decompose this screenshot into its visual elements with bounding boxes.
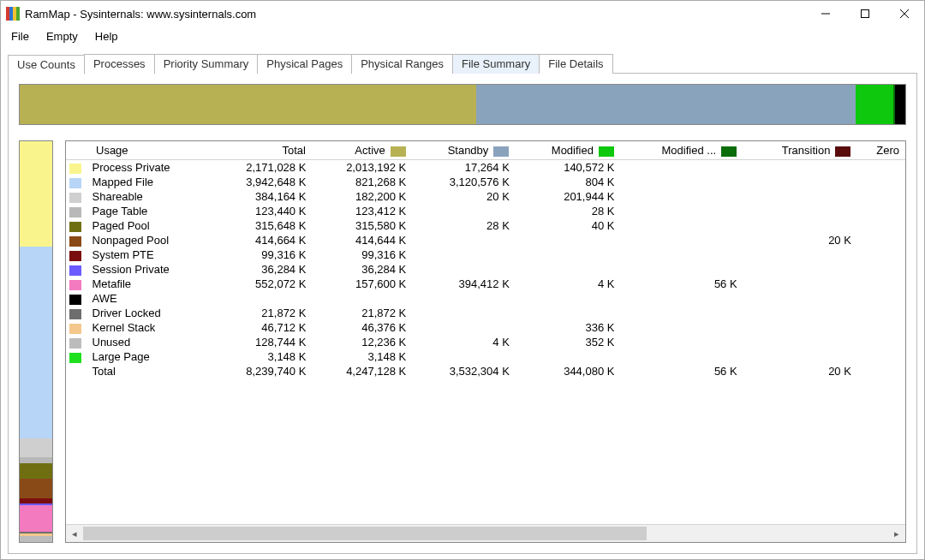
- cell-zero: [856, 247, 905, 262]
- tab-physical-pages[interactable]: Physical Pages: [257, 54, 352, 74]
- cell-modified: 336 K: [515, 320, 620, 335]
- vbar-segment: [20, 141, 52, 247]
- scroll-right-button[interactable]: ▸: [888, 525, 905, 542]
- cell-modifiednw: [619, 320, 742, 335]
- column-total[interactable]: Total: [211, 141, 311, 160]
- cell-zero: [856, 335, 905, 349]
- cell-transition: [743, 160, 856, 176]
- column-transition[interactable]: Transition: [743, 141, 856, 160]
- cell-modifiednw: [619, 160, 742, 176]
- column-active[interactable]: Active: [311, 141, 411, 160]
- cell-modified: 804 K: [515, 175, 620, 189]
- table-row[interactable]: Unused128,744 K12,236 K4 K352 K: [66, 335, 905, 349]
- hbar-segment: [20, 85, 476, 124]
- column-modified[interactable]: Modified: [515, 141, 620, 160]
- table-row[interactable]: Paged Pool315,648 K315,580 K28 K40 K: [66, 218, 905, 233]
- cell-modifiednw: [619, 306, 742, 320]
- table-row[interactable]: Driver Locked21,872 K21,872 K: [66, 306, 905, 320]
- vbar-segment: [20, 247, 52, 438]
- row-name: Driver Locked: [91, 306, 212, 320]
- cell-modified: [515, 262, 620, 277]
- close-button[interactable]: [885, 1, 924, 27]
- app-window: RamMap - Sysinternals: www.sysinternals.…: [0, 0, 925, 560]
- cell-modified: [515, 306, 620, 320]
- horizontal-scrollbar[interactable]: ◂ ▸: [66, 524, 905, 542]
- vbar-segment: [20, 505, 52, 532]
- column-label: Modified: [552, 144, 594, 157]
- column-label: Active: [355, 144, 385, 157]
- cell-total: 552,072 K: [211, 277, 311, 291]
- table-row[interactable]: Mapped File3,942,648 K821,268 K3,120,576…: [66, 175, 905, 189]
- tab-file-details[interactable]: File Details: [539, 54, 612, 74]
- cell-modified: [515, 247, 620, 262]
- cell-active: 21,872 K: [311, 306, 411, 320]
- menu-help[interactable]: Help: [87, 28, 127, 45]
- cell-transition: [743, 320, 856, 335]
- menu-empty[interactable]: Empty: [38, 28, 87, 45]
- cell-transition: [743, 247, 856, 262]
- cell-transition: [743, 204, 856, 218]
- table-row-total[interactable]: Total8,239,740 K4,247,128 K3,532,304 K34…: [66, 364, 905, 378]
- table-row[interactable]: Process Private2,171,028 K2,013,192 K17,…: [66, 160, 905, 176]
- table-row[interactable]: Shareable384,164 K182,200 K20 K201,944 K: [66, 189, 905, 204]
- column-usage[interactable]: Usage: [91, 141, 212, 160]
- usage-vertical-chart: [19, 140, 53, 543]
- table-row[interactable]: System PTE99,316 K99,316 K: [66, 247, 905, 262]
- column-modified-[interactable]: Modified ...: [619, 141, 742, 160]
- row-swatch-icon: [69, 236, 81, 247]
- minimize-button[interactable]: [806, 1, 845, 27]
- vbar-segment: [20, 479, 52, 498]
- cell-modifiednw: [619, 247, 742, 262]
- table-row[interactable]: Nonpaged Pool414,664 K414,644 K20 K: [66, 233, 905, 247]
- lower-panel: UsageTotalActiveStandbyModifiedModified …: [19, 140, 906, 543]
- cell-standby: [411, 291, 515, 306]
- column-label: Total: [282, 144, 305, 157]
- tab-priority-summary[interactable]: Priority Summary: [154, 54, 259, 74]
- scroll-left-button[interactable]: ◂: [66, 525, 83, 542]
- cell-zero: [856, 291, 905, 306]
- cell-standby: [411, 233, 515, 247]
- cell-active: 99,316 K: [311, 247, 411, 262]
- cell-standby: 20 K: [411, 189, 515, 204]
- scroll-thumb[interactable]: [83, 527, 647, 540]
- tab-file-summary[interactable]: File Summary: [452, 54, 540, 74]
- cell-zero: [856, 218, 905, 233]
- cell-active: 3,148 K: [311, 349, 411, 364]
- cell-total: 315,648 K: [211, 218, 311, 233]
- row-swatch-icon: [69, 222, 81, 232]
- table-row[interactable]: Kernel Stack46,712 K46,376 K336 K: [66, 320, 905, 335]
- cell-modified: [515, 233, 620, 247]
- cell-standby: [411, 262, 515, 277]
- table-row[interactable]: Page Table123,440 K123,412 K28 K: [66, 204, 905, 218]
- row-name: Page Table: [91, 204, 212, 218]
- cell-standby: [411, 204, 515, 218]
- row-name: Unused: [91, 335, 212, 349]
- cell-modified: 40 K: [515, 218, 620, 233]
- tab-physical-ranges[interactable]: Physical Ranges: [351, 54, 453, 74]
- cell-zero: [856, 364, 905, 378]
- cell-active: 4,247,128 K: [311, 364, 411, 378]
- scroll-track[interactable]: [83, 525, 888, 542]
- table-row[interactable]: Large Page3,148 K3,148 K: [66, 349, 905, 364]
- cell-transition: [743, 306, 856, 320]
- tab-processes[interactable]: Processes: [84, 54, 155, 74]
- table-row[interactable]: AWE: [66, 291, 905, 306]
- cell-transition: [743, 335, 856, 349]
- tab-use-counts[interactable]: Use Counts: [8, 55, 85, 74]
- cell-modified: [515, 349, 620, 364]
- cell-total: 8,239,740 K: [211, 364, 311, 378]
- cell-total: 21,872 K: [211, 306, 311, 320]
- column-standby[interactable]: Standby: [411, 141, 515, 160]
- maximize-button[interactable]: [845, 1, 885, 27]
- menu-file[interactable]: File: [3, 28, 38, 45]
- window-title: RamMap - Sysinternals: www.sysinternals.…: [25, 8, 256, 21]
- cell-zero: [856, 306, 905, 320]
- cell-transition: [743, 175, 856, 189]
- table-row[interactable]: Metafile552,072 K157,600 K394,412 K4 K56…: [66, 277, 905, 291]
- table-row[interactable]: Session Private36,284 K36,284 K: [66, 262, 905, 277]
- cell-active: [311, 291, 411, 306]
- column-zero[interactable]: Zero: [856, 141, 905, 160]
- cell-zero: [856, 262, 905, 277]
- cell-modifiednw: [619, 218, 742, 233]
- cell-zero: [856, 160, 905, 176]
